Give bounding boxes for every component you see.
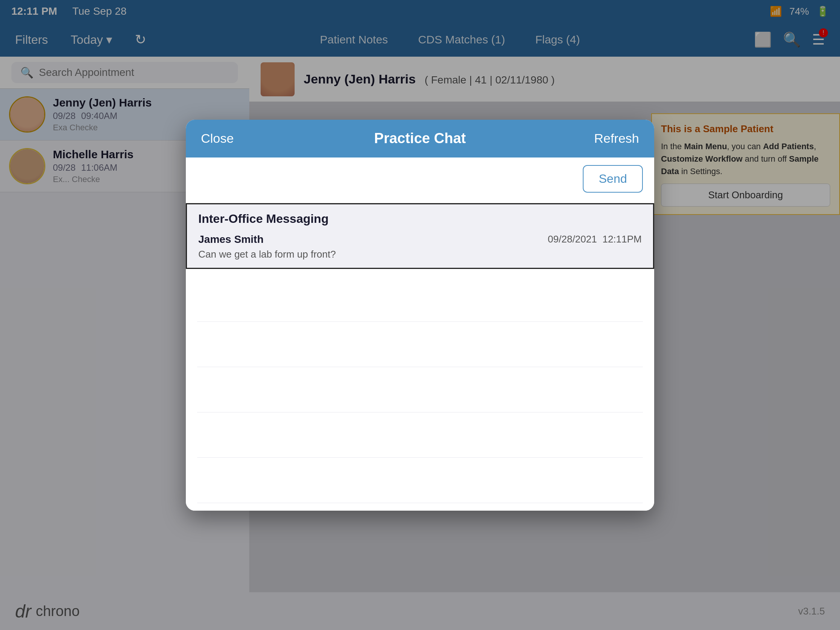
- message-line: [197, 322, 643, 367]
- message-line: [197, 458, 643, 503]
- message-text: Can we get a lab form up front?: [198, 248, 642, 260]
- message-input[interactable]: [197, 165, 575, 195]
- modal-header: Close Practice Chat Refresh: [186, 120, 654, 158]
- modal-input-area: Send: [186, 158, 654, 203]
- inter-office-messaging-section: Inter-Office Messaging James Smith 09/28…: [186, 203, 654, 269]
- message-line: [197, 276, 643, 322]
- message-sender: James Smith: [198, 234, 264, 245]
- modal-overlay: Close Practice Chat Refresh Send Inter-O…: [0, 0, 840, 630]
- message-line: [197, 367, 643, 412]
- modal-messages-area: [186, 269, 654, 511]
- modal-refresh-button[interactable]: Refresh: [594, 131, 639, 146]
- message-line: [197, 412, 643, 458]
- send-button[interactable]: Send: [583, 165, 643, 193]
- modal-close-button[interactable]: Close: [201, 131, 234, 146]
- modal-title: Practice Chat: [374, 130, 466, 147]
- message-datetime: 09/28/2021 12:11PM: [548, 234, 642, 245]
- practice-chat-modal: Close Practice Chat Refresh Send Inter-O…: [186, 120, 654, 511]
- iom-title: Inter-Office Messaging: [198, 212, 642, 226]
